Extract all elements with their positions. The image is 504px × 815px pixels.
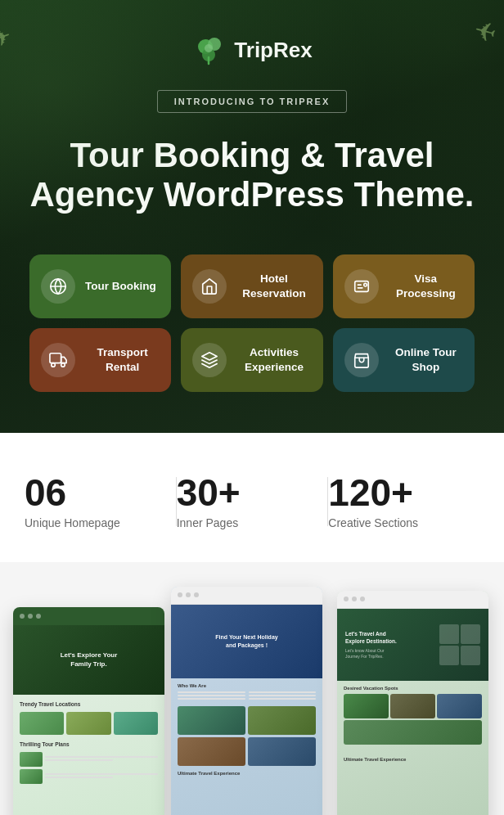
preview-card-left[interactable]: Let's Explore YourFamily Trip. Trendy Tr… <box>13 607 164 815</box>
browser-bar-right <box>337 591 488 609</box>
mini-section-title-1: Trendy Travel Locations <box>20 701 158 707</box>
stats-section: 06 Unique Homepage 30+ Inner Pages 120+ … <box>0 433 504 562</box>
tour-booking-label: Tour Booking <box>85 279 156 294</box>
mini-ultimate-label: Ultimate Travel Experience <box>337 754 488 765</box>
feature-cards-grid: Tour Booking Hotel Reservation Visa P <box>16 254 488 392</box>
card-hotel-reservation[interactable]: Hotel Reservation <box>181 254 322 318</box>
logo-area: TripRex <box>16 33 488 67</box>
activities-icon <box>192 343 227 377</box>
preview-card-right[interactable]: Let's Travel AndExplore Destination. Let… <box>337 591 488 815</box>
svg-point-10 <box>61 362 65 367</box>
browser-bar-center <box>171 587 322 605</box>
stat-label-pages: Inner Pages <box>177 516 328 529</box>
card-online-tour-shop[interactable]: Online Tour Shop <box>333 328 475 392</box>
browser-bar-left <box>13 607 164 625</box>
stat-inner-pages: 30+ Inner Pages <box>177 474 328 529</box>
hotel-reservation-label: Hotel Reservation <box>236 272 311 300</box>
visa-icon <box>344 269 379 304</box>
mini-section-title-2: Thrilling Tour Plans <box>20 741 158 747</box>
mini-hero-right: Let's Travel AndExplore Destination. Let… <box>337 609 488 681</box>
transport-icon <box>41 343 75 377</box>
stat-number-pages: 30+ <box>177 474 328 511</box>
stat-number-homepage: 06 <box>25 474 176 511</box>
svg-point-7 <box>363 283 367 286</box>
hero-title: Tour Booking & Travel Agency WordPress T… <box>16 136 488 215</box>
stat-label-homepage: Unique Homepage <box>25 516 176 529</box>
svg-point-3 <box>205 44 213 52</box>
svg-point-9 <box>52 362 56 367</box>
logo-icon <box>191 33 226 67</box>
activities-experience-label: Activities Experience <box>236 345 311 374</box>
mini-spots-section: Desired Vacation Spots <box>337 681 488 754</box>
mini-hero-center: Find Your Next Holidayand Packages ! <box>171 605 322 678</box>
plane-right-icon: ✈ <box>470 14 500 50</box>
logo-text: TripRex <box>234 38 312 63</box>
mini-hero-text-center: Find Your Next Holidayand Packages ! <box>215 633 277 650</box>
hotel-icon <box>192 269 227 304</box>
transport-rental-label: Transport Rental <box>85 345 160 374</box>
mini-hero-left: Let's Explore YourFamily Trip. <box>13 625 164 695</box>
card-tour-booking[interactable]: Tour Booking <box>29 254 171 318</box>
mini-grid-center <box>171 706 322 771</box>
card-activities-experience[interactable]: Activities Experience <box>181 328 322 392</box>
mini-hero-text-right: Let's Travel AndExplore Destination. <box>345 630 439 645</box>
online-tour-shop-label: Online Tour Shop <box>389 345 463 374</box>
stat-unique-homepage: 06 Unique Homepage <box>25 474 176 529</box>
hero-section: ✈ ✈ TripRex INTRODUCING TO TRIPREX Tour … <box>0 0 504 433</box>
visa-processing-label: Visa Processing <box>389 272 463 300</box>
stat-creative-sections: 120+ Creative Sections <box>328 474 479 529</box>
plane-left-icon: ✈ <box>0 22 15 54</box>
mini-content-left: Trendy Travel Locations Thrilling Tour P… <box>13 695 164 790</box>
shop-icon <box>344 343 379 377</box>
preview-section: Let's Explore YourFamily Trip. Trendy Tr… <box>0 562 504 815</box>
card-transport-rental[interactable]: Transport Rental <box>29 328 171 392</box>
mini-grid-left <box>20 712 158 735</box>
preview-card-center[interactable]: Find Your Next Holidayand Packages ! Who… <box>171 587 322 815</box>
stat-number-sections: 120+ <box>328 474 479 511</box>
stat-label-sections: Creative Sections <box>328 516 479 529</box>
tour-booking-icon <box>41 269 75 304</box>
mini-hero-text-left: Let's Explore YourFamily Trip. <box>61 651 118 669</box>
intro-badge: INTRODUCING TO TRIPREX <box>157 90 347 113</box>
card-visa-processing[interactable]: Visa Processing <box>333 254 475 318</box>
svg-rect-8 <box>50 353 61 362</box>
mini-who-section: Who We Are <box>171 678 322 706</box>
mini-experience-label: Ultimate Travel Experience <box>171 771 322 779</box>
